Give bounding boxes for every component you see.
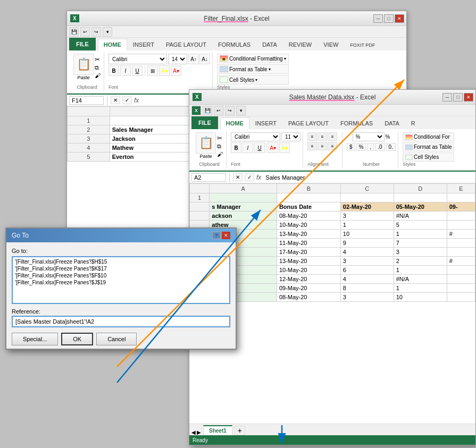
cell-b2-2[interactable]: Bonus Date bbox=[277, 202, 340, 212]
cut-btn-1[interactable]: ✂ bbox=[95, 56, 101, 63]
fill-btn-1[interactable]: A▾ bbox=[159, 65, 170, 76]
tab-r-2[interactable]: R bbox=[405, 117, 421, 129]
list-item-2[interactable]: '[Filter_Final.xlsx]Freeze Panes'!$K$17 bbox=[14, 265, 228, 272]
undo-icon-2[interactable]: ↩ bbox=[214, 106, 223, 115]
undo-icon[interactable]: ↩ bbox=[80, 27, 90, 37]
tab-formulas-2[interactable]: FORMULAS bbox=[335, 117, 379, 129]
goto-listbox[interactable]: '[Filter_Final.xlsx]Freeze Panes'!$H$15 … bbox=[12, 256, 230, 304]
tab-review-1[interactable]: REVIEW bbox=[283, 39, 318, 50]
italic-btn-1[interactable]: I bbox=[120, 65, 131, 76]
align-mid-left-btn[interactable]: ≡ bbox=[307, 142, 317, 150]
cell-b9-2[interactable]: 10-May-20 bbox=[277, 266, 340, 275]
cell-b12-2[interactable]: 08-May-20 bbox=[277, 293, 340, 302]
align-top-right-btn[interactable]: ≡ bbox=[328, 132, 337, 141]
cell-e12-2[interactable] bbox=[447, 293, 475, 302]
tab-pagelayout-2[interactable]: PAGE LAYOUT bbox=[282, 117, 335, 129]
cell-a3-2[interactable]: ackson bbox=[210, 212, 277, 221]
dialog-close-btn[interactable]: ✕ bbox=[222, 232, 230, 239]
close-btn[interactable]: ✕ bbox=[395, 14, 404, 23]
sheet-tab-1[interactable]: Sheet1 bbox=[203, 425, 232, 435]
cell-c7-2[interactable]: 4 bbox=[340, 248, 394, 257]
cell-d2-2[interactable]: 05-May-20 bbox=[394, 202, 447, 212]
tab-formulas-1[interactable]: FORMULAS bbox=[212, 39, 256, 50]
cell-d6-2[interactable]: 7 bbox=[394, 239, 447, 248]
increase-decimal-btn[interactable]: .0 bbox=[375, 143, 385, 151]
cell-d8-2[interactable]: 2 bbox=[394, 257, 447, 266]
confirm-formula-btn-2[interactable]: ✓ bbox=[245, 173, 254, 181]
formula-input-2[interactable] bbox=[263, 174, 473, 181]
cell-c6-2[interactable]: 9 bbox=[340, 239, 394, 248]
tab-foxit-1[interactable]: FOXIT PDF bbox=[344, 40, 381, 50]
cell-d11-2[interactable]: 1 bbox=[394, 284, 447, 293]
dialog-help-btn[interactable]: ? bbox=[212, 232, 221, 239]
cell-e1-2[interactable] bbox=[447, 193, 475, 202]
col-header-d-2[interactable]: D bbox=[394, 184, 447, 193]
font-size-select-1[interactable]: 14 bbox=[168, 54, 187, 64]
redo-icon[interactable]: ↪ bbox=[91, 27, 101, 37]
cell-d4-2[interactable]: 5 bbox=[394, 221, 447, 230]
underline-btn-2[interactable]: U bbox=[254, 142, 265, 153]
bold-btn-2[interactable]: B bbox=[231, 142, 241, 153]
align-mid-right-btn[interactable]: ≡ bbox=[328, 142, 337, 150]
cell-b7-2[interactable]: 17-May-20 bbox=[277, 248, 340, 257]
italic-btn-2[interactable]: I bbox=[243, 142, 253, 153]
tab-pagelayout-1[interactable]: PAGE LAYOUT bbox=[160, 39, 212, 50]
customize-icon[interactable]: ▾ bbox=[103, 27, 112, 37]
special-btn[interactable]: Special... bbox=[12, 333, 58, 345]
cell-b4-2[interactable]: 10-May-20 bbox=[277, 221, 340, 230]
cell-b1-2[interactable] bbox=[277, 193, 340, 202]
cell-b10-2[interactable]: 12-May-20 bbox=[277, 275, 340, 284]
tab-data-1[interactable]: DATA bbox=[256, 39, 283, 50]
cell-e3-2[interactable] bbox=[447, 212, 475, 221]
minimize-btn-2[interactable]: ─ bbox=[442, 93, 452, 102]
col-header-e-2[interactable]: E bbox=[447, 184, 475, 193]
percent-btn-2[interactable]: % bbox=[356, 143, 366, 151]
cell-c3-2[interactable]: 3 bbox=[340, 212, 394, 221]
increase-font-btn-1[interactable]: A↑ bbox=[188, 54, 199, 64]
bold-btn-1[interactable]: B bbox=[108, 65, 119, 76]
cell-b5-2[interactable]: 13-May-20 bbox=[277, 230, 340, 239]
cell-b11-2[interactable]: 09-May-20 bbox=[277, 284, 340, 293]
cell-d7-2[interactable]: 3 bbox=[394, 248, 447, 257]
cell-styles-btn-2[interactable]: Cell Styles bbox=[403, 153, 455, 162]
list-item-4[interactable]: '[Filter_Final.xlsx]Freeze Panes'!$J$19 bbox=[14, 279, 228, 286]
cell-b8-2[interactable]: 13-May-20 bbox=[277, 257, 340, 266]
confirm-formula-btn-1[interactable]: ✓ bbox=[122, 96, 132, 104]
tab-home-1[interactable]: HOME bbox=[98, 39, 127, 50]
cell-d1-2[interactable] bbox=[394, 193, 447, 202]
align-top-center-btn[interactable]: ≡ bbox=[318, 132, 327, 141]
align-top-left-btn[interactable]: ≡ bbox=[307, 132, 317, 141]
col-header-a-2[interactable]: A bbox=[210, 184, 277, 193]
cell-c11-2[interactable]: 8 bbox=[340, 284, 394, 293]
cell-e6-2[interactable] bbox=[447, 239, 475, 248]
cell-ref-input-2[interactable] bbox=[191, 173, 226, 182]
maximize-btn-2[interactable]: □ bbox=[453, 93, 463, 102]
paste-btn-2[interactable]: 📋 Paste bbox=[196, 132, 216, 162]
cell-c8-2[interactable]: 3 bbox=[340, 257, 394, 266]
copy-btn-2[interactable]: ⧉ bbox=[217, 143, 223, 150]
cell-d5-2[interactable]: 1 bbox=[394, 230, 447, 239]
cell-b3-2[interactable]: 08-May-20 bbox=[277, 212, 340, 221]
cell-e5-2[interactable]: # bbox=[447, 230, 475, 239]
format-painter-btn-1[interactable]: 🖌 bbox=[95, 72, 101, 79]
tab-data-2[interactable]: DATA bbox=[379, 117, 405, 129]
font-color-btn-1[interactable]: A▾ bbox=[171, 65, 181, 76]
tab-insert-1[interactable]: INSERT bbox=[127, 39, 160, 50]
redo-icon-2[interactable]: ↪ bbox=[225, 106, 235, 115]
cell-a2-2[interactable]: s Manager bbox=[210, 202, 277, 212]
cell-c4-2[interactable]: 1 bbox=[340, 221, 394, 230]
cell-c9-2[interactable]: 6 bbox=[340, 266, 394, 275]
customize-icon-2[interactable]: ▾ bbox=[236, 106, 246, 115]
cell-c1-2[interactable] bbox=[340, 193, 394, 202]
sheet-next-btn[interactable]: ▶ bbox=[197, 429, 201, 435]
maximize-btn[interactable]: □ bbox=[384, 14, 394, 23]
cell-e4-2[interactable] bbox=[447, 221, 475, 230]
sheet-prev-btn[interactable]: ◀ bbox=[191, 429, 196, 435]
tab-insert-2[interactable]: INSERT bbox=[249, 117, 282, 129]
tab-view-1[interactable]: VIEW bbox=[318, 39, 344, 50]
cell-d10-2[interactable]: #N/A bbox=[394, 275, 447, 284]
cell-ref-input-1[interactable] bbox=[69, 96, 104, 105]
format-table-btn-2[interactable]: Format as Table bbox=[403, 142, 455, 151]
cell-c2-2[interactable]: 02-May-20 bbox=[340, 202, 394, 212]
cell-d12-2[interactable]: 10 bbox=[394, 293, 447, 302]
